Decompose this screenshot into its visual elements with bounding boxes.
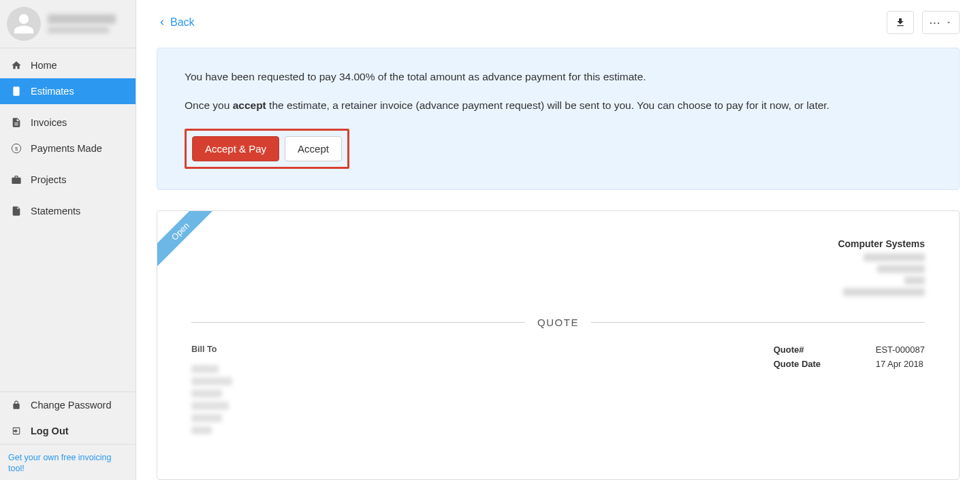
sidebar-item-estimates[interactable]: Estimates [0, 78, 136, 104]
sidebar-item-label: Home [31, 60, 57, 71]
home-icon [10, 59, 22, 71]
notice-line-1: You have been requested to pay 34.00% of… [185, 69, 932, 85]
meta-row-quote-number: Quote# EST-000087 [774, 345, 925, 355]
sidebar-item-label: Projects [31, 174, 66, 185]
ellipsis-icon: ··· [930, 18, 941, 28]
bill-to-redacted [191, 402, 229, 410]
quote-body: Bill To Quote# EST-000087 Quote Date 17 … [191, 345, 925, 438]
meta-key: Quote# [774, 345, 835, 355]
chevron-left-icon [157, 17, 168, 28]
bill-to-label: Bill To [191, 345, 232, 354]
download-button[interactable] [887, 11, 914, 34]
back-link-label: Back [170, 16, 195, 29]
advance-payment-notice: You have been requested to pay 34.00% of… [157, 48, 960, 190]
accept-and-pay-button[interactable]: Accept & Pay [192, 136, 279, 161]
meta-row-quote-date: Quote Date 17 Apr 2018 [774, 359, 925, 369]
user-sub-redacted [48, 27, 109, 33]
divider-right [591, 322, 925, 323]
meta-key: Quote Date [774, 359, 835, 369]
sidebar-bottom: Change Password Log Out [0, 391, 136, 444]
statements-icon [10, 205, 22, 217]
sidebar-item-label: Payments Made [31, 143, 102, 154]
bill-to-block: Bill To [191, 345, 232, 438]
bill-to-redacted [191, 414, 222, 422]
sidebar-item-logout[interactable]: Log Out [0, 418, 136, 444]
topbar: Back ··· [157, 11, 960, 34]
sidebar-item-invoices[interactable]: Invoices [0, 110, 136, 135]
accept-buttons-highlight: Accept & Pay Accept [185, 129, 349, 169]
payments-icon: $ [10, 142, 22, 155]
logout-icon [10, 425, 22, 437]
bill-to-redacted [191, 426, 212, 434]
section-title: QUOTE [537, 317, 579, 328]
footer-promo-link[interactable]: Get your own free invoicing tool! [8, 453, 111, 473]
avatar [7, 7, 41, 41]
caret-down-icon [945, 19, 952, 26]
sidebar-item-label: Log Out [31, 426, 69, 436]
back-link[interactable]: Back [157, 16, 195, 29]
user-text [48, 14, 129, 33]
sidebar-item-statements[interactable]: Statements [0, 198, 136, 224]
user-name-redacted [48, 14, 116, 24]
sidebar-item-label: Estimates [31, 86, 74, 97]
doc-header: Computer Systems [191, 238, 925, 296]
more-actions-button[interactable]: ··· [922, 11, 960, 34]
bill-to-redacted [191, 377, 232, 385]
estimates-icon [10, 85, 22, 97]
sidebar-user-block [0, 0, 136, 48]
projects-icon [10, 174, 22, 186]
top-actions: ··· [887, 11, 960, 34]
main-content: Back ··· You have been requested to pay … [136, 0, 980, 480]
sidebar-item-home[interactable]: Home [0, 52, 136, 78]
download-icon [895, 17, 906, 28]
sidebar-item-label: Invoices [31, 117, 67, 128]
bill-to-redacted [191, 389, 222, 398]
sidebar-nav: Home Estimates Invoices $ Payments Made … [0, 48, 136, 391]
sidebar: Home Estimates Invoices $ Payments Made … [0, 0, 136, 480]
lock-icon [10, 399, 22, 411]
quote-document: Open Computer Systems QUOTE Bill To [157, 210, 960, 480]
meta-value: 17 Apr 2018 [876, 359, 923, 369]
accept-button[interactable]: Accept [285, 136, 342, 161]
svg-text:$: $ [15, 146, 18, 152]
quote-meta: Quote# EST-000087 Quote Date 17 Apr 2018 [774, 345, 925, 438]
sidebar-item-change-password[interactable]: Change Password [0, 392, 136, 418]
bill-to-redacted [191, 365, 219, 373]
invoices-icon [10, 116, 22, 129]
quote-section-divider: QUOTE [191, 317, 925, 328]
meta-value: EST-000087 [876, 345, 925, 355]
sidebar-item-label: Statements [31, 206, 80, 217]
sidebar-item-label: Change Password [31, 400, 112, 411]
sidebar-item-projects[interactable]: Projects [0, 167, 136, 193]
divider-left [191, 322, 525, 323]
company-address-redacted [191, 253, 925, 296]
notice-line-2: Once you accept the estimate, a retainer… [185, 97, 932, 114]
sidebar-footer: Get your own free invoicing tool! [0, 444, 136, 480]
sidebar-item-payments[interactable]: $ Payments Made [0, 135, 136, 161]
company-name: Computer Systems [191, 238, 925, 249]
